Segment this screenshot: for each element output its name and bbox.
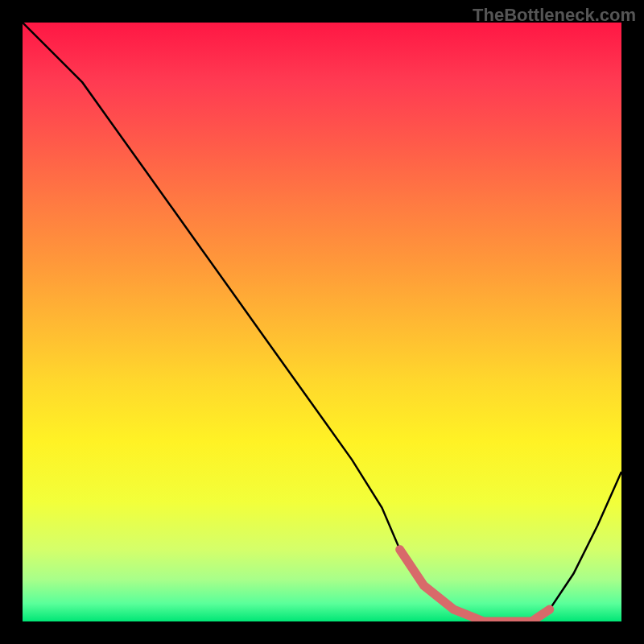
watermark-text: TheBottleneck.com <box>473 5 636 26</box>
chart-svg <box>23 23 621 621</box>
bottleneck-curve-path <box>23 23 621 621</box>
optimal-range-path <box>400 550 550 621</box>
chart-plot-area <box>23 23 621 621</box>
